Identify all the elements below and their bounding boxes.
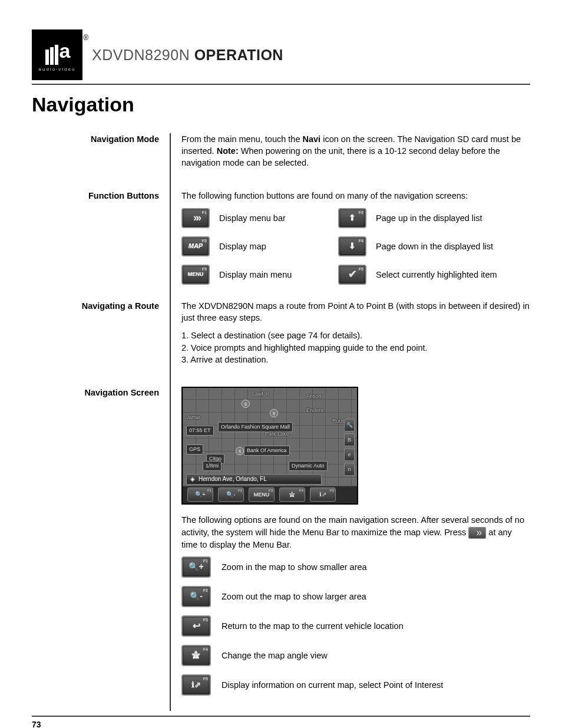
gps-icon: GPS — [186, 444, 203, 454]
zoom-in-button[interactable]: 🔍+F1 — [181, 556, 211, 578]
label-function-buttons: Function Buttons — [32, 190, 171, 299]
label-navigation-screen: Navigation Screen — [32, 387, 171, 711]
map-label-anson: Anson — [306, 393, 322, 400]
mb-angle-button[interactable]: 🛣F4 — [279, 487, 305, 502]
body-navigation-screen: Lawton Anson Enders Jamie Roush $ $ $ Or… — [171, 387, 530, 711]
page-header: ® a audio·video XDVDN8290N OPERATION — [32, 29, 530, 80]
map-distance: 1/8mi — [203, 461, 222, 471]
zoom-out-button[interactable]: 🔍-F2 — [181, 586, 211, 607]
sidebar-wrench-icon[interactable]: 🔧 — [344, 419, 355, 431]
angle-desc: Change the map angle view — [222, 650, 530, 661]
header-divider — [32, 84, 530, 85]
zoom-in-desc: Zoom in the map to show smaller area — [222, 561, 530, 573]
chevron-right-icon: » — [476, 525, 478, 540]
map-sidebar: 🔧 B e n — [344, 419, 355, 476]
page-up-icon: ⬆ — [349, 212, 356, 224]
model-number: XDVDN8290N — [92, 47, 190, 63]
page-number: 73 — [32, 720, 41, 728]
nav-mode-text: From the main menu, touch the — [181, 134, 303, 144]
page-down-desc: Page down in the displayed list — [376, 241, 530, 252]
map-status-text: Herndon Ave, Orlando, FL — [199, 475, 267, 483]
inline-chevron-button[interactable]: » — [468, 527, 486, 539]
header-title-operation: OPERATION — [194, 47, 283, 63]
map-label-dynamic: Dynamic Auto — [289, 461, 328, 471]
menu-icon: MENU — [254, 491, 270, 499]
map-status-bar: ◈ Herndon Ave, Orlando, FL — [186, 474, 322, 485]
chevron-right-icon: »» — [193, 210, 198, 225]
page-up-desc: Page up in the displayed list — [376, 212, 530, 224]
route-step-1: 1. Select a destination (see page 74 for… — [181, 331, 362, 340]
angle-icon: 🛣 — [289, 490, 295, 499]
map-desc: Display map — [219, 241, 331, 252]
map-label-jamie: Jamie — [186, 414, 200, 421]
info-desc: Display information on current map, sele… — [222, 679, 530, 691]
page-up-button[interactable]: ⬆F2 — [338, 208, 366, 228]
map-label-parklake: Park Lake — [265, 430, 289, 438]
sidebar-e[interactable]: e — [344, 448, 355, 461]
page-footer: 73 — [32, 716, 530, 728]
label-navigation-mode: Navigation Mode — [32, 133, 171, 190]
body-function-buttons: The following function buttons are found… — [171, 190, 530, 299]
route-intro: The XDVDN8290N maps a route from Point A… — [181, 300, 530, 324]
compass-icon: ◈ — [190, 475, 195, 483]
menu-bar-desc: Display menu bar — [219, 212, 331, 224]
sidebar-n[interactable]: n — [344, 463, 355, 476]
select-button[interactable]: ✔F5 — [338, 265, 366, 285]
nav-screen-desc: The following options are found on the m… — [181, 514, 530, 551]
map-time: 07:55 ET — [186, 426, 214, 436]
map-button[interactable]: MAPF3 — [181, 236, 210, 256]
logo-subtext: audio·video — [39, 66, 76, 73]
mb-menu-button[interactable]: MENUF3 — [249, 487, 275, 502]
content-table: Navigation Mode From the main menu, touc… — [32, 133, 530, 711]
map-label-bank: Bank Of America — [244, 446, 290, 456]
zoom-in-icon: 🔍+ — [195, 490, 206, 499]
map-label-lawton: Lawton — [252, 390, 269, 398]
return-icon: ↩ — [193, 620, 200, 633]
info-icon: ℹ⇗ — [319, 490, 326, 499]
navigation-screenshot: Lawton Anson Enders Jamie Roush $ $ $ Or… — [181, 387, 358, 505]
header-title: XDVDN8290N OPERATION — [92, 45, 283, 65]
map-menu-bar: 🔍+F1 🔍-F2 MENUF3 🛣F4 ℹ⇗F5 — [183, 486, 357, 503]
note-bold: Note: — [217, 146, 239, 156]
return-button[interactable]: ↩F3 — [181, 615, 211, 637]
info-icon: ℹ⇗ — [191, 680, 201, 690]
mb-info-button[interactable]: ℹ⇗F5 — [310, 487, 336, 502]
zoom-out-icon: 🔍- — [226, 490, 235, 499]
zoom-in-icon: 🔍+ — [189, 561, 203, 573]
menu-desc: Display main menu — [219, 269, 331, 281]
info-button[interactable]: ℹ⇗F5 — [181, 674, 211, 696]
logo-bars-icon — [45, 45, 58, 65]
page-down-icon: ⬇ — [349, 241, 356, 252]
registered-icon: ® — [83, 33, 88, 43]
menu-button[interactable]: MENUF5 — [181, 265, 210, 285]
angle-button[interactable]: 🛣F4 — [181, 645, 211, 666]
route-step-2: 2. Voice prompts and highlighted mapping… — [181, 343, 428, 353]
zoom-out-desc: Zoom out the map to show larger area — [222, 591, 530, 602]
menu-icon: MENU — [188, 271, 204, 278]
angle-icon: 🛣 — [192, 650, 200, 661]
body-navigation-mode: From the main menu, touch the Navi icon … — [171, 133, 530, 190]
map-label-enders: Enders — [306, 407, 323, 414]
zoom-out-icon: 🔍- — [190, 591, 203, 602]
function-buttons-intro: The following function buttons are found… — [181, 190, 530, 202]
menu-bar-button[interactable]: »»F1 — [181, 208, 210, 228]
sidebar-b[interactable]: B — [344, 433, 355, 446]
mb-zoom-in-button[interactable]: 🔍+F1 — [187, 487, 213, 502]
navi-bold: Navi — [303, 134, 321, 144]
return-desc: Return to the map to the current vehicle… — [222, 620, 530, 632]
route-step-3: 3. Arrive at destination. — [181, 355, 269, 364]
label-navigating-route: Navigating a Route — [32, 300, 171, 387]
mb-zoom-out-button[interactable]: 🔍-F2 — [218, 487, 244, 502]
body-navigating-route: The XDVDN8290N maps a route from Point A… — [171, 300, 530, 387]
map-icon: MAP — [189, 242, 203, 251]
page-down-button[interactable]: ⬇F4 — [338, 236, 366, 256]
logo-text: a — [59, 37, 70, 65]
check-icon: ✔ — [348, 267, 357, 282]
brand-logo: ® a audio·video — [32, 29, 82, 80]
select-desc: Select currently highlighted item — [376, 269, 530, 281]
section-title: Navigation — [32, 91, 530, 119]
